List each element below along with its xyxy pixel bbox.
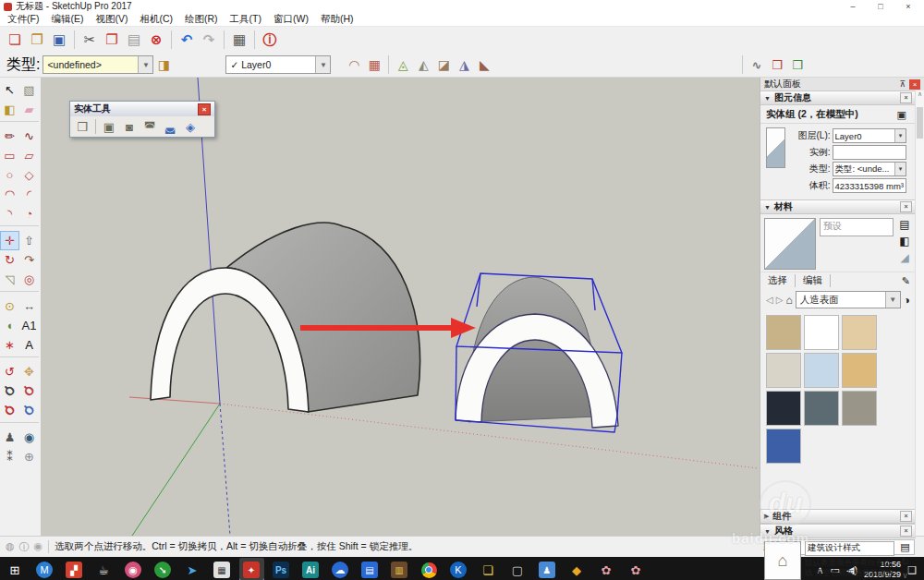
- solid-tools-palette[interactable]: 实体工具 × ❒▣◙◚◛◈: [69, 101, 215, 138]
- winrar-app[interactable]: ▥: [387, 558, 412, 580]
- geolocation-icon[interactable]: ◍: [6, 540, 15, 554]
- box-add-icon[interactable]: ❒: [787, 54, 808, 75]
- app-gray-pc[interactable]: ▢: [505, 558, 530, 580]
- menu-item[interactable]: 文件(F): [7, 13, 39, 26]
- material-name-field[interactable]: 预设: [820, 218, 894, 236]
- redo-button[interactable]: ↷: [198, 29, 220, 51]
- app-blue-tile[interactable]: ▤: [358, 558, 383, 580]
- section-plane-tool[interactable]: ⊕: [19, 447, 39, 466]
- two-point-arc-tool[interactable]: ◜: [19, 185, 39, 204]
- pin-icon[interactable]: ⊼: [899, 79, 906, 89]
- menu-item[interactable]: 窗口(W): [274, 13, 309, 26]
- material-swatch[interactable]: [766, 429, 801, 464]
- entity-info-header[interactable]: ▼ 图元信息 ×: [760, 91, 916, 105]
- app-cup[interactable]: ☕: [91, 558, 116, 580]
- material-swatch[interactable]: [842, 391, 877, 426]
- menu-item[interactable]: 相机(C): [140, 13, 173, 26]
- classifier-type-combo[interactable]: <undefined> ▼: [43, 55, 153, 74]
- offset-tool[interactable]: ◎: [19, 270, 39, 289]
- calculator-app[interactable]: ▦: [210, 558, 235, 580]
- follow-me-tool[interactable]: ↷: [19, 250, 39, 270]
- panel-scrollbar[interactable]: ∧: [915, 91, 924, 536]
- menu-item[interactable]: 视图(V): [95, 13, 128, 26]
- maximize-button[interactable]: □: [867, 0, 894, 13]
- back-icon[interactable]: ◁: [766, 295, 773, 305]
- components-close-icon[interactable]: ×: [900, 511, 912, 522]
- arc-tool[interactable]: ◠: [0, 185, 19, 204]
- subtract-button[interactable]: ◚: [140, 118, 159, 135]
- new-button[interactable]: ❏: [4, 29, 26, 51]
- menu-item[interactable]: 绘图(R): [185, 13, 218, 26]
- drape-icon[interactable]: ◪: [433, 54, 454, 75]
- layer-combo[interactable]: ✓ Layer0 ▼: [225, 55, 331, 74]
- intersect-button[interactable]: ▣: [100, 118, 118, 135]
- sample-paint-icon[interactable]: ◑: [904, 294, 910, 307]
- scrollbar-thumb[interactable]: [917, 107, 923, 139]
- material-swatch[interactable]: [804, 315, 839, 350]
- collection-combo[interactable]: 人造表面 ▼: [796, 291, 901, 308]
- freehand-tool[interactable]: ∿: [19, 127, 39, 146]
- undo-button[interactable]: ↶: [176, 29, 198, 51]
- styles-close-icon[interactable]: ×: [900, 526, 912, 537]
- file-explorer[interactable]: ❏: [476, 558, 501, 580]
- polygon-tool[interactable]: ◇: [19, 165, 39, 185]
- expand-icon[interactable]: ▶: [764, 513, 769, 520]
- photoshop-app[interactable]: Ps: [269, 558, 294, 580]
- collapse-icon[interactable]: ▼: [764, 204, 771, 211]
- rotated-rectangle-tool[interactable]: ▱: [19, 146, 39, 165]
- app-blue-circle[interactable]: M: [32, 558, 57, 580]
- tape-measure-tool[interactable]: ⊙: [0, 296, 19, 316]
- select-tool[interactable]: ↖: [0, 80, 19, 100]
- palette-title-bar[interactable]: 实体工具 ×: [70, 102, 214, 116]
- chrome-app[interactable]: [417, 558, 442, 580]
- start-button[interactable]: ⊞: [3, 558, 28, 580]
- three-point-arc-tool[interactable]: ◝: [0, 204, 19, 224]
- material-swatch[interactable]: [766, 391, 801, 426]
- update-style-icon[interactable]: ↻: [901, 556, 909, 568]
- paint-bucket-tool[interactable]: ◧: [0, 100, 19, 119]
- flip-edge-icon[interactable]: ◣: [474, 54, 494, 75]
- save-button[interactable]: ▣: [48, 29, 70, 51]
- tunnel-model-left[interactable]: [151, 223, 420, 412]
- tray-header[interactable]: 默认面板 ⊼ ×: [760, 78, 924, 91]
- smoove-icon[interactable]: ◬: [393, 54, 413, 75]
- secondary-pane-icon[interactable]: ▤: [900, 541, 909, 553]
- push-pull-tool[interactable]: ⇧: [19, 231, 39, 250]
- eraser-tool[interactable]: ▰: [19, 100, 39, 119]
- stamp-icon[interactable]: ◭: [413, 54, 433, 75]
- open-button[interactable]: ❐: [26, 29, 48, 51]
- collapse-icon[interactable]: ▼: [764, 95, 771, 102]
- secondary-pane-icon[interactable]: ▤: [899, 218, 909, 231]
- toggle-hidden-icon[interactable]: ▣: [897, 109, 906, 121]
- union-button[interactable]: ◙: [120, 118, 139, 135]
- menu-item[interactable]: 工具(T): [230, 13, 261, 26]
- make-component-tool[interactable]: ▧: [19, 80, 39, 100]
- netdisk-app[interactable]: ☁: [328, 558, 353, 580]
- app-red-tile[interactable]: ▞: [62, 558, 87, 580]
- trim-button[interactable]: ◛: [161, 118, 179, 135]
- materials-close-icon[interactable]: ×: [900, 201, 912, 212]
- tab-edit[interactable]: 编辑: [801, 274, 831, 287]
- material-swatch[interactable]: [842, 353, 877, 388]
- chevron-down-icon[interactable]: ∨: [902, 571, 908, 580]
- illustrator-app[interactable]: Ai: [298, 558, 323, 580]
- dimension-tool[interactable]: ↔: [19, 296, 39, 316]
- tab-select[interactable]: 选择: [766, 274, 796, 287]
- materials-header[interactable]: ▼ 材料 ×: [760, 199, 916, 214]
- app-pink-su-1[interactable]: ✿: [594, 558, 619, 580]
- credits-icon[interactable]: ⓘ: [19, 540, 30, 554]
- circle-tool[interactable]: ○: [0, 165, 19, 185]
- copy-button[interactable]: ❐: [101, 29, 123, 51]
- create-material-icon[interactable]: ◧: [899, 235, 909, 248]
- rotate-tool[interactable]: ↻: [0, 250, 19, 270]
- position-camera-tool[interactable]: ♟: [0, 428, 19, 447]
- print-button[interactable]: ▦: [228, 29, 250, 51]
- sandbox-from-contours-icon[interactable]: ◠: [344, 54, 364, 75]
- app-downloader[interactable]: ➘: [151, 558, 176, 580]
- cut-button[interactable]: ✂: [79, 29, 101, 51]
- sign-in-icon[interactable]: ◉: [34, 540, 43, 554]
- split-button[interactable]: ◈: [181, 118, 200, 135]
- lasso-select-icon[interactable]: ∿: [747, 54, 767, 75]
- add-detail-icon[interactable]: ◮: [454, 54, 474, 75]
- home-icon[interactable]: ⌂: [785, 294, 792, 307]
